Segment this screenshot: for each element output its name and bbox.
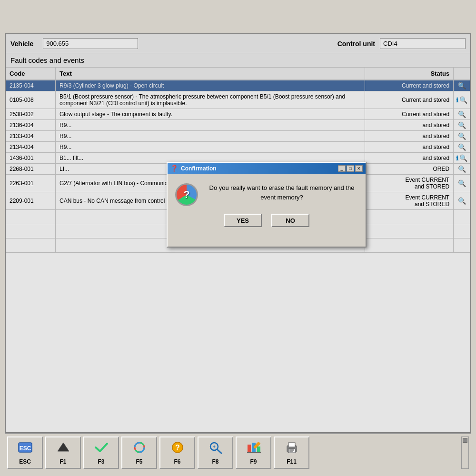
- chart-icon: [246, 441, 261, 456]
- svg-rect-13: [257, 446, 260, 452]
- rotate-icon: [132, 441, 147, 456]
- f1-button[interactable]: F1: [45, 436, 81, 469]
- f6-label: F6: [174, 458, 180, 465]
- app-window: Vehicle Control unit Fault codes and eve…: [5, 33, 471, 433]
- main-container: Vehicle Control unit Fault codes and eve…: [0, 0, 476, 476]
- modal-title-text: Confirmation: [181, 165, 217, 172]
- f8-label: F8: [212, 458, 218, 465]
- print-icon: [284, 441, 299, 456]
- modal-message: Do you really want to erase the fault me…: [206, 183, 358, 202]
- modal-title-left: ❓ Confirmation: [170, 165, 217, 172]
- f3-label: F3: [98, 458, 104, 465]
- search-magnify-icon: +: [208, 441, 223, 456]
- scrollbar-right[interactable]: [461, 436, 469, 469]
- f3-button[interactable]: F3: [83, 436, 119, 469]
- modal-overlay: ❓ Confirmation _ □ ✕ ? Do you really wan…: [6, 34, 470, 432]
- svg-line-9: [217, 449, 221, 453]
- svg-rect-17: [288, 443, 295, 447]
- svg-text:+: +: [213, 444, 216, 449]
- yes-button[interactable]: YES: [224, 214, 262, 227]
- question-mark-icon: ?: [170, 441, 185, 456]
- f6-button[interactable]: ? F6: [159, 436, 195, 469]
- modal-titlebar: ❓ Confirmation _ □ ✕: [168, 163, 366, 174]
- modal-close-button[interactable]: ✕: [355, 165, 363, 172]
- svg-text:ESC: ESC: [19, 445, 31, 452]
- f9-label: F9: [250, 458, 257, 465]
- modal-dialog: ❓ Confirmation _ □ ✕ ? Do you really wan…: [167, 162, 367, 248]
- svg-rect-11: [248, 445, 251, 452]
- f11-label: F11: [287, 458, 297, 465]
- check-icon: [94, 441, 109, 456]
- modal-question-small-icon: ❓: [170, 165, 178, 172]
- modal-restore-button[interactable]: □: [347, 165, 354, 172]
- modal-body: ? Do you really want to erase the fault …: [168, 174, 366, 214]
- question-icon: ?: [175, 183, 198, 206]
- f5-label: F5: [136, 458, 142, 465]
- modal-controls: _ □ ✕: [338, 165, 363, 172]
- f5-button[interactable]: F5: [121, 436, 157, 469]
- modal-minimize-button[interactable]: _: [338, 165, 346, 172]
- up-arrow-icon: [56, 441, 71, 456]
- esc-label: ESC: [19, 458, 31, 465]
- svg-text:?: ?: [175, 444, 180, 452]
- scroll-thumb: [463, 438, 467, 443]
- svg-marker-2: [58, 443, 69, 451]
- esc-button[interactable]: ESC ESC: [7, 436, 43, 469]
- top-spacer: [5, 5, 471, 33]
- f1-label: F1: [60, 458, 66, 465]
- f8-button[interactable]: + F8: [198, 436, 233, 469]
- f11-button[interactable]: F11: [274, 436, 309, 469]
- esc-icon: ESC: [18, 441, 33, 456]
- modal-buttons: YES NO: [168, 214, 366, 235]
- no-button[interactable]: NO: [271, 214, 309, 227]
- toolbar: ESC ESC F1 F3: [5, 433, 471, 471]
- f9-button[interactable]: F9: [236, 436, 271, 469]
